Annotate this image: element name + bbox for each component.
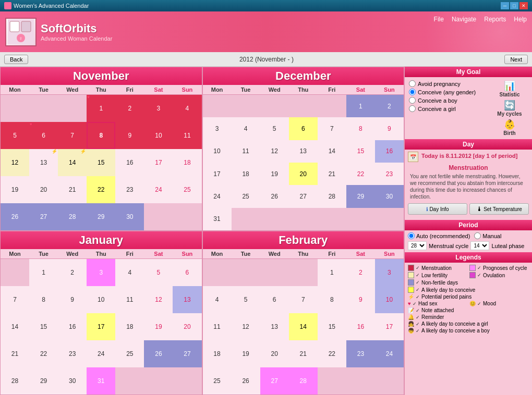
day-cell[interactable]: 27	[260, 367, 289, 394]
day-cell[interactable]: 20	[289, 163, 318, 185]
day-cell[interactable]: 11	[232, 140, 260, 163]
day-cell[interactable]: 4	[203, 286, 232, 313]
day-cell[interactable]: 28	[1, 367, 29, 394]
day-cell[interactable]: 31	[87, 367, 115, 394]
birth-button[interactable]: 👶 Birth	[503, 119, 515, 136]
day-cell[interactable]: 7	[1, 286, 29, 313]
day-cell[interactable]: 16	[115, 149, 144, 176]
day-cell[interactable]: 10	[144, 122, 173, 149]
day-cell[interactable]: 25	[232, 185, 260, 207]
day-cell[interactable]: 7	[58, 122, 87, 149]
day-cell[interactable]: 3	[375, 259, 404, 286]
day-cell[interactable]: 28	[58, 203, 87, 230]
day-cell[interactable]: 31	[203, 208, 232, 230]
day-cell[interactable]: 16	[346, 313, 375, 340]
day-cell[interactable]: 2	[346, 259, 375, 286]
day-cell[interactable]: 6	[260, 286, 289, 313]
day-cell[interactable]: 29	[29, 367, 58, 394]
day-cell[interactable]: 8	[87, 122, 115, 149]
day-cell[interactable]: 26	[1, 203, 29, 230]
day-cell[interactable]: 13	[289, 140, 318, 163]
day-cell[interactable]: 2	[115, 95, 144, 122]
day-cell[interactable]: 7	[318, 117, 346, 140]
period-manual-radio[interactable]	[474, 232, 481, 239]
day-cell[interactable]: 14	[1, 313, 29, 340]
goal-avoid[interactable]: Avoid pregnancy	[409, 80, 489, 87]
day-cell[interactable]: 19	[1, 176, 29, 203]
day-cell[interactable]: 22	[87, 176, 115, 203]
day-cell[interactable]: 20	[173, 313, 201, 340]
day-cell[interactable]: 4	[173, 95, 201, 122]
day-cell[interactable]: 6♥	[29, 122, 58, 149]
day-cell[interactable]: 17	[203, 163, 232, 185]
day-cell[interactable]: 27	[173, 340, 201, 367]
day-cell[interactable]: 12	[144, 286, 173, 313]
day-cell[interactable]: 24	[144, 176, 173, 203]
day-cell[interactable]: 8	[29, 286, 58, 313]
day-cell[interactable]: 30	[375, 185, 404, 207]
day-cell[interactable]: 14	[318, 140, 346, 163]
set-temperature-button[interactable]: 🌡 Set Temperature	[469, 203, 529, 215]
day-cell[interactable]: 18	[203, 340, 232, 367]
day-cell[interactable]: 30	[58, 367, 87, 394]
day-cell[interactable]: 12	[232, 313, 260, 340]
day-cell[interactable]: 22	[318, 340, 346, 367]
day-cell[interactable]: 1♥	[87, 95, 115, 122]
day-cell[interactable]: 14	[289, 313, 318, 340]
day-cell[interactable]: 21	[58, 176, 87, 203]
day-cell[interactable]: 16	[375, 140, 404, 163]
day-cell[interactable]: 10	[203, 140, 232, 163]
day-cell[interactable]: 27	[29, 203, 58, 230]
day-cell[interactable]: 5	[144, 259, 173, 286]
day-cell[interactable]: 20	[260, 340, 289, 367]
day-cell[interactable]: 10	[375, 286, 404, 313]
goal-conceive-any[interactable]: Conceive (any gender)	[409, 89, 489, 95]
day-cell[interactable]: 19	[144, 313, 173, 340]
day-cell[interactable]: 3	[144, 95, 173, 122]
day-cell[interactable]: 24	[203, 185, 232, 207]
day-cell[interactable]: 18	[232, 163, 260, 185]
day-cell[interactable]: 22	[29, 340, 58, 367]
day-cell[interactable]: 9	[58, 286, 87, 313]
day-cell[interactable]: 28	[289, 367, 318, 394]
day-cell[interactable]: 22	[346, 163, 375, 185]
day-cell[interactable]: 26	[260, 185, 289, 207]
statistic-button[interactable]: 📊 Statistic	[500, 80, 520, 97]
day-cell[interactable]: 17	[87, 313, 115, 340]
day-cell[interactable]: 5	[1, 122, 29, 149]
day-cell[interactable]: 17	[144, 149, 173, 176]
day-cell[interactable]: 3	[87, 259, 115, 286]
period-auto-radio[interactable]	[408, 232, 415, 239]
day-cell[interactable]: 2	[375, 95, 404, 117]
day-info-button[interactable]: ℹ Day Info	[408, 203, 467, 215]
day-cell[interactable]: 12	[260, 140, 289, 163]
minimize-button[interactable]: ─	[501, 2, 509, 9]
goal-conceive-boy[interactable]: Conceive a boy	[409, 97, 489, 104]
day-cell[interactable]: 1	[29, 259, 58, 286]
maximize-button[interactable]: □	[510, 2, 518, 9]
day-cell[interactable]: 1	[346, 95, 375, 117]
day-cell[interactable]: 3	[203, 117, 232, 140]
day-cell[interactable]: 24	[87, 340, 115, 367]
period-auto-option[interactable]: Auto (recommended)	[408, 232, 470, 239]
day-cell[interactable]: 11	[173, 122, 201, 149]
next-button[interactable]: Next	[504, 55, 528, 64]
day-cell[interactable]: 23	[375, 163, 404, 185]
day-cell[interactable]: 5	[232, 286, 260, 313]
day-cell[interactable]: 29	[346, 185, 375, 207]
day-cell[interactable]: 14⚡	[58, 149, 87, 176]
day-cell[interactable]: 25	[173, 176, 201, 203]
day-cell[interactable]: 18	[173, 149, 201, 176]
back-button[interactable]: Back	[4, 55, 28, 64]
day-cell[interactable]: 23	[346, 340, 375, 367]
goal-conceive-boy-radio[interactable]	[409, 97, 416, 104]
day-cell[interactable]: 1	[318, 259, 346, 286]
day-cell[interactable]: 8	[346, 117, 375, 140]
day-cell[interactable]: 13	[173, 286, 201, 313]
day-cell[interactable]: 26	[232, 367, 260, 394]
goal-conceive-girl-radio[interactable]	[409, 105, 416, 112]
day-cell[interactable]: 26	[144, 340, 173, 367]
close-button[interactable]: ✕	[519, 2, 528, 9]
day-cell[interactable]: 15	[318, 313, 346, 340]
day-cell[interactable]: 2	[58, 259, 87, 286]
